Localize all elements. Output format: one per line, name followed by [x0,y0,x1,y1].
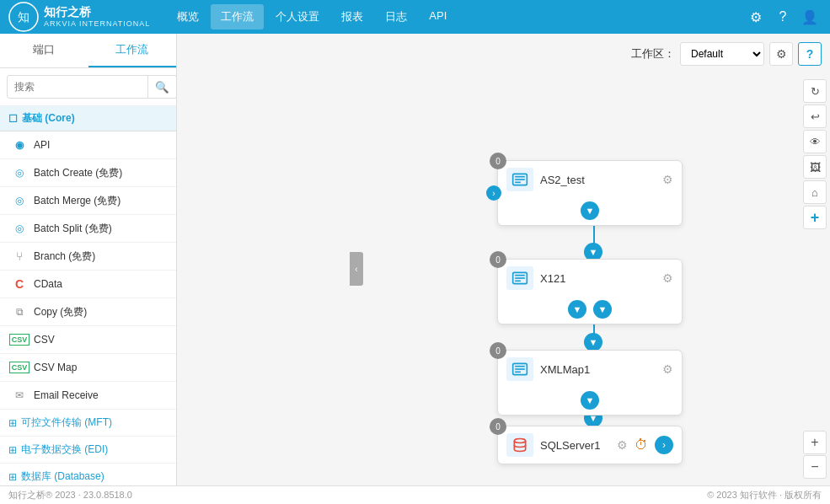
tab-port[interactable]: 端口 [0,34,88,67]
node1-icon [506,168,533,191]
node4-header: SQLServer1 ⚙ ⏱ › [498,426,682,464]
node2-down-btn[interactable]: ▼ [568,300,586,319]
connector-arrow-2-3[interactable]: ▼ [584,333,602,351]
sidebar-item-email-receive-label: Email Receive [34,389,99,401]
svg-rect-13 [515,372,521,373]
sidebar-item-batch-split-label: Batch Split (免费) [34,222,112,236]
nav-overview[interactable]: 概览 [167,4,209,29]
nav-links: 概览 工作流 个人设置 报表 日志 API [167,4,744,29]
nav-settings[interactable]: 个人设置 [265,4,329,29]
top-nav: 知 知行之桥 ARKVIA INTERNATIONAL 概览 工作流 个人设置 … [0,0,830,34]
footer-right: © 2023 知行软件 · 版权所有 [707,489,822,501]
node1-header: AS2_test ⚙ [498,161,682,198]
app-name-line2: ARKVIA INTERNATIONAL [44,19,150,29]
sidebar: 端口 工作流 🔍 ☐ 基础 (Core) ◉ API ◎ Batch Creat… [0,34,177,504]
branch-icon: ⑂ [12,249,27,264]
copy-icon: ⧉ [12,304,27,319]
csv-map-icon: CSV [12,360,27,375]
user-icon[interactable]: 👤 [798,5,822,29]
node-x121: 0 X121 ⚙ ▼ ▼ [497,259,683,324]
node3-icon [506,357,533,381]
tab-workflow[interactable]: 工作流 [88,34,177,67]
svg-text:知: 知 [18,10,29,24]
footer-left: 知行之桥® 2023 · 23.0.8518.0 [8,489,132,501]
section-core-icon: ☐ [8,113,18,125]
section-core-label: 基础 (Core) [22,111,75,126]
image-btn[interactable]: 🖼 [803,155,827,179]
sidebar-item-api[interactable]: ◉ API [0,131,176,159]
node1-footer: ▼ [498,198,682,225]
plus-database-icon: ⊞ [8,471,17,483]
nav-logs[interactable]: 日志 [375,4,417,29]
search-button[interactable]: 🔍 [148,75,177,99]
svg-rect-8 [515,277,525,279]
sidebar-item-csv-label: CSV [34,334,55,346]
sidebar-item-email-receive[interactable]: ✉ Email Receive [0,382,176,410]
node3-title: XMLMap1 [540,363,656,376]
add-btn[interactable]: + [803,206,827,229]
nav-workflow[interactable]: 工作流 [211,4,264,29]
sidebar-item-branch-label: Branch (免费) [34,249,95,264]
node-xmlmap1: 0 XMLMap1 ⚙ ▼ [497,350,683,416]
section-core[interactable]: ☐ 基础 (Core) [0,106,176,131]
sidebar-search-area: 🔍 [0,68,176,106]
sidebar-item-batch-create-label: Batch Create (免费) [34,166,122,180]
node1-expand-btn[interactable]: › [486,185,501,201]
node2-footer: ▼ ▼ [498,297,682,324]
node3-down-btn[interactable]: ▼ [581,391,599,410]
sidebar-category-mft[interactable]: ⊞ 可控文件传输 (MFT) [0,410,176,437]
sidebar-item-batch-merge-label: Batch Merge (免费) [34,194,120,208]
sidebar-category-edi[interactable]: ⊞ 电子数据交换 (EDI) [0,437,176,464]
node3-gear[interactable]: ⚙ [662,362,673,376]
sidebar-item-csv-map-label: CSV Map [34,362,77,373]
sidebar-toggle[interactable]: ‹ [350,252,363,286]
eye-btn[interactable]: 👁 [803,130,827,153]
refresh-btn[interactable]: ↻ [803,79,827,103]
node2-title: X121 [540,272,656,285]
undo-btn[interactable]: ↩ [803,105,827,128]
main-layout: 端口 工作流 🔍 ☐ 基础 (Core) ◉ API ◎ Batch Creat… [0,34,830,504]
node1-gear[interactable]: ⚙ [662,173,673,186]
sidebar-item-csv-map[interactable]: CSV CSV Map [0,354,176,382]
zoom-controls: + − [803,431,827,479]
zoom-in-btn[interactable]: + [803,431,827,454]
sidebar-item-batch-create[interactable]: ◎ Batch Create (免费) [0,159,176,187]
node4-title: SQLServer1 [540,439,610,452]
footer-bar: 知行之桥® 2023 · 23.0.8518.0 © 2023 知行软件 · 版… [0,485,830,504]
node4-icon [506,433,533,457]
sidebar-item-branch[interactable]: ⑂ Branch (免费) [0,243,176,271]
home-btn[interactable]: ⌂ [803,180,827,204]
svg-rect-11 [515,366,525,367]
sidebar-item-copy-label: Copy (免费) [34,305,87,319]
help-icon[interactable]: ? [771,5,795,29]
cdata-icon: C [12,276,27,292]
node4-warning-icon: ⏱ [635,437,648,453]
node3-badge: 0 [490,342,506,359]
zoom-out-btn[interactable]: − [803,455,827,479]
sidebar-item-cdata[interactable]: C CData [0,271,176,298]
sidebar-item-batch-merge[interactable]: ◎ Batch Merge (免费) [0,187,176,215]
nav-reports[interactable]: 报表 [331,4,373,29]
node-as2-test: 0 › AS2_test ⚙ ▼ [497,160,683,226]
node4-gear[interactable]: ⚙ [617,438,628,452]
workspace-select[interactable]: Default [680,42,764,66]
search-input[interactable] [7,75,148,99]
plus-edi-icon: ⊞ [8,444,17,456]
sidebar-item-csv[interactable]: CSV CSV [0,326,176,354]
node4-arrow-right[interactable]: › [655,436,673,454]
node2-gear[interactable]: ⚙ [662,271,673,285]
nav-api[interactable]: API [419,4,457,29]
node2-down-btn2[interactable]: ▼ [593,300,612,319]
workspace-settings-btn[interactable]: ⚙ [769,42,793,66]
node1-badge: 0 [490,153,506,169]
sidebar-item-batch-split[interactable]: ◎ Batch Split (免费) [0,215,176,243]
node1-title: AS2_test [540,174,656,186]
logo: 知 知行之桥 ARKVIA INTERNATIONAL [8,2,150,32]
workspace-help-btn[interactable]: ? [798,42,822,66]
nav-icons: ⚙ ? 👤 [744,5,822,29]
sidebar-item-copy[interactable]: ⧉ Copy (免费) [0,298,176,326]
node2-icon [506,266,533,290]
node1-down-btn[interactable]: ▼ [581,201,599,220]
batch-create-icon: ◎ [12,165,27,180]
settings-icon[interactable]: ⚙ [744,5,768,29]
